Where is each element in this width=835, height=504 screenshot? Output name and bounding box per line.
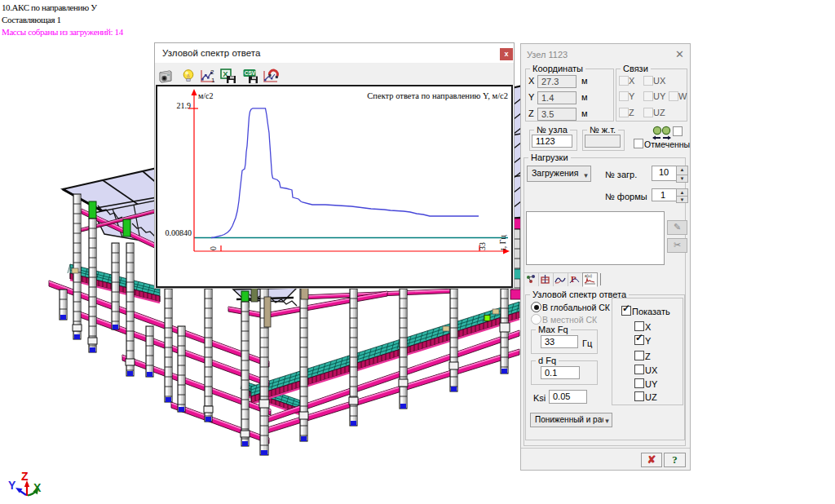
- svg-text:а(ω): а(ω): [585, 274, 593, 278]
- svg-text:1: 1: [211, 77, 215, 84]
- svg-text:2: 2: [210, 69, 214, 76]
- svg-text:Спектр ответа по направлению Y: Спектр ответа по направлению Y, м/с2: [367, 91, 508, 100]
- svg-text:0.00840: 0.00840: [166, 228, 192, 237]
- svg-text:Z: Z: [21, 470, 29, 483]
- svg-text:м/с2: м/с2: [198, 91, 214, 100]
- svg-text:Y: Y: [8, 479, 16, 492]
- svg-text:CSV: CSV: [245, 70, 256, 76]
- svg-text:0: 0: [209, 246, 218, 250]
- svg-text:33: 33: [478, 242, 487, 250]
- svg-text:t, Гц: t, Гц: [498, 234, 507, 250]
- svg-text:X: X: [33, 481, 42, 494]
